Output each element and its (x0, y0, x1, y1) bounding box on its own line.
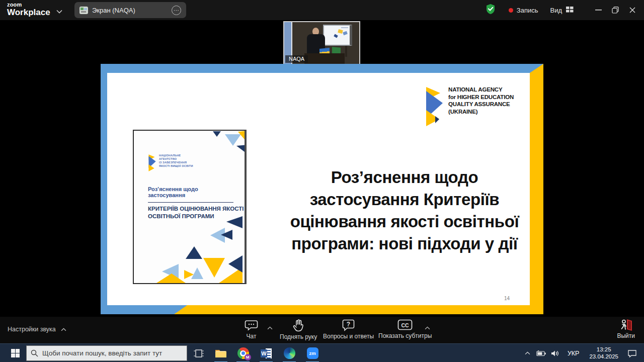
chevron-up-icon (525, 351, 530, 355)
shared-screen-tab[interactable]: Экран (NAQA) ⋯ (74, 2, 186, 18)
taskbar-clock[interactable]: 13:25 23.04.2025 (584, 344, 623, 362)
captions-label: Показать субтитры (378, 332, 432, 339)
naqa-logo: NATIONAL AGENCY for HIGHER EDUCATION QUA… (422, 86, 514, 127)
word-button[interactable]: W (257, 344, 276, 362)
restore-window-button[interactable] (607, 0, 624, 20)
cover-logo-line3: ІЗ ЗАБЕЗПЕЧЕННЯ (159, 161, 193, 164)
recording-indicator: Запись (509, 7, 538, 14)
edge-button[interactable] (280, 344, 299, 362)
cover-top-triangles (134, 131, 247, 153)
leave-label: Выйти (617, 332, 635, 339)
podium (304, 53, 345, 65)
tab-options-icon[interactable]: ⋯ (172, 6, 181, 15)
slide-title-line4: програми: нові підходи у дії (277, 233, 532, 255)
brand-zoom: zoom (7, 2, 50, 8)
qa-label: Вопросы и ответы (323, 333, 374, 340)
raise-hand-label: Поднять руку (280, 333, 317, 340)
leave-button[interactable]: Выйти (617, 318, 635, 339)
leave-door-icon (618, 318, 633, 332)
search-icon (31, 349, 38, 357)
participant-name-badge: NAQA (285, 55, 308, 63)
search-input[interactable] (42, 349, 178, 357)
action-center-button[interactable] (623, 344, 644, 362)
cover-logo-mark-icon (147, 154, 156, 172)
chat-button[interactable]: Чат (245, 319, 258, 340)
chat-label: Чат (247, 333, 257, 340)
chrome-profile-badge: M (245, 354, 251, 360)
chevron-down-icon[interactable] (56, 7, 62, 16)
audio-settings-label: Настройки звука (8, 326, 56, 333)
naqa-logo-line1: NATIONAL AGENCY (448, 86, 514, 94)
edge-icon (284, 347, 295, 359)
naqa-logo-line3: QUALITY ASSURANCE (448, 101, 514, 108)
speaker-icon (551, 350, 559, 357)
naqa-logo-line4: (UKRAINE) (448, 108, 514, 116)
clock-date: 23.04.2025 (589, 353, 618, 360)
taskbar-search[interactable] (26, 345, 187, 361)
cover-bottom-triangles (134, 216, 247, 283)
clock-time: 13:25 (589, 346, 618, 353)
security-shield-icon[interactable] (486, 4, 496, 17)
captions-options-chevron-icon[interactable] (425, 323, 430, 332)
windows-logo-icon (11, 349, 20, 357)
slide-title-line2: застосування Критеріїв (277, 189, 532, 211)
naqa-logo-line2: for HIGHER EDUCATION (448, 94, 514, 101)
slide-title-line1: Роз’яснення щодо (277, 166, 532, 189)
participant-video[interactable]: NAQA (283, 21, 360, 65)
battery-icon (536, 350, 546, 356)
view-button[interactable]: Вид (550, 6, 574, 15)
presentation-slide: NATIONAL AGENCY for HIGHER EDUCATION QUA… (101, 64, 543, 314)
cover-subtitle: Роз’яснення щодо застосування (148, 186, 233, 203)
slide-title-line3: оцінювання якості освітньої (277, 211, 532, 233)
file-explorer-button[interactable] (211, 344, 230, 362)
recording-label: Запись (517, 7, 538, 14)
word-icon: W (261, 348, 272, 359)
screen-share-icon (79, 7, 88, 14)
close-button[interactable] (624, 0, 641, 20)
naqa-logo-mark-icon (422, 86, 444, 127)
hidden-icons-button[interactable] (521, 344, 534, 362)
zoom-app-button[interactable]: zm (303, 344, 322, 362)
notification-icon (627, 349, 637, 357)
screen-stand (345, 46, 347, 57)
raise-hand-icon (292, 319, 305, 332)
captions-button[interactable]: CC Показать субтитры (378, 319, 432, 339)
svg-text:CC: CC (401, 322, 410, 328)
cover-logo-line1: НАЦІОНАЛЬНЕ (159, 154, 193, 157)
task-view-button[interactable] (189, 344, 208, 362)
windows-taskbar: M W zm (0, 343, 644, 362)
brand-workplace: Workplace (7, 8, 50, 17)
chat-options-chevron-icon[interactable] (267, 323, 273, 332)
shared-screen-tab-label: Экран (NAQA) (92, 7, 172, 14)
booklet-cover: НАЦІОНАЛЬНЕ АГЕНТСТВО ІЗ ЗАБЕЗПЕЧЕННЯ ЯК… (133, 130, 247, 284)
qa-button[interactable]: ? Вопросы и ответы (323, 319, 374, 340)
cover-title-line1: КРИТЕРІЇВ ОЦІНЮВАННЯ ЯКОСТІ (148, 205, 244, 213)
zoom-titlebar: zoom Workplace Экран (NAQA) ⋯ Запись Вид (0, 0, 644, 20)
grid-view-icon (566, 6, 574, 15)
audio-settings-button[interactable]: Настройки звука (8, 326, 66, 333)
language-indicator[interactable]: УКР (562, 344, 585, 362)
recording-dot-icon (509, 8, 513, 13)
volume-status[interactable] (548, 344, 562, 362)
zoom-toolbar: Настройки звука Чат Поднять руку ? (0, 317, 644, 343)
file-explorer-icon (215, 348, 227, 358)
video-presentation-screen (323, 25, 352, 46)
captions-cc-icon: CC (397, 319, 413, 331)
minimize-button[interactable] (590, 0, 607, 20)
view-label: Вид (550, 7, 562, 14)
slide-page-number: 14 (504, 296, 510, 301)
svg-text:?: ? (346, 321, 350, 328)
zoom-workplace-logo: zoom Workplace (7, 2, 50, 17)
zoom-app-icon: zm (307, 347, 318, 359)
task-view-icon (194, 349, 204, 358)
chat-icon (245, 319, 258, 331)
chrome-button[interactable]: M (233, 344, 253, 362)
cover-naqa-logo: НАЦІОНАЛЬНЕ АГЕНТСТВО ІЗ ЗАБЕЗПЕЧЕННЯ ЯК… (147, 154, 193, 172)
cover-logo-line2: АГЕНТСТВО (159, 157, 193, 161)
start-button[interactable] (5, 344, 25, 362)
qa-icon: ? (342, 319, 355, 331)
raise-hand-button[interactable]: Поднять руку (280, 319, 317, 340)
chevron-up-icon (61, 328, 66, 331)
cover-logo-line4: ЯКОСТІ ВИЩОЇ ОСВІТИ (159, 164, 193, 168)
battery-status[interactable] (534, 344, 548, 362)
